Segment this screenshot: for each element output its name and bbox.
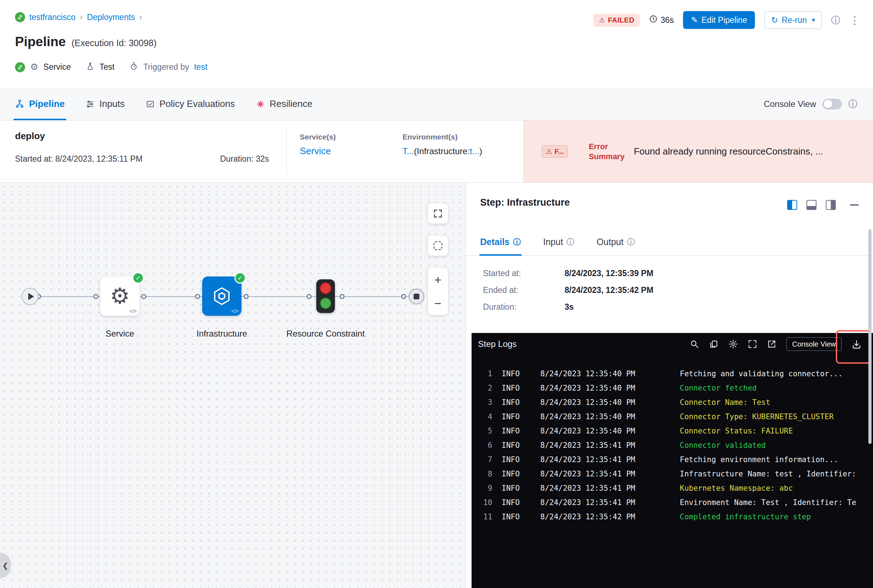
environment-paren-open: (Infrastructure: — [414, 146, 470, 156]
panel-scrollbar[interactable] — [868, 229, 871, 444]
step-detail-rows: Started at: 8/24/2023, 12:35:39 PM Ended… — [483, 268, 653, 319]
info-icon: ⓘ — [567, 237, 575, 248]
search-icon[interactable] — [690, 339, 699, 349]
stopwatch-icon — [129, 62, 138, 73]
zoom-in-button[interactable]: + — [428, 268, 448, 291]
tab-output-label: Output — [597, 237, 624, 247]
settings-gear-icon[interactable] — [729, 339, 738, 349]
tab-details[interactable]: Details ⓘ — [480, 228, 521, 255]
rerun-label: Re-run — [782, 15, 807, 25]
log-line-time: 8/24/2023 12:35:40 PM — [540, 367, 660, 381]
breadcrumb-deployments[interactable]: Deployments — [87, 12, 135, 22]
canvas-fullscreen-button[interactable] — [428, 204, 448, 224]
pipeline-end-node[interactable] — [409, 289, 424, 304]
download-logs-icon[interactable] — [852, 339, 861, 349]
node-infrastructure[interactable]: ✓ </> — [202, 276, 242, 316]
service-gear-icon: ⚙ — [30, 62, 38, 73]
project-icon — [15, 12, 25, 22]
log-line-time: 8/24/2023 12:35:41 PM — [540, 495, 660, 510]
infrastructure-link[interactable]: t... — [470, 146, 479, 156]
header-actions: ⚠ FAILED 36s ✎ Edit Pipeline ↻ Re-run ▾ … — [594, 11, 860, 29]
log-line-level: INFO — [502, 438, 527, 453]
console-view-button[interactable]: Console View — [786, 337, 841, 351]
tab-inputs[interactable]: Inputs — [86, 88, 125, 120]
layout-bottom-view-icon[interactable] — [807, 200, 816, 210]
duration-label: Duration: — [220, 154, 253, 164]
port-dot — [93, 294, 98, 299]
log-line-number: 11 — [472, 510, 492, 524]
edit-pipeline-button[interactable]: ✎ Edit Pipeline — [683, 11, 755, 29]
warning-icon: ⚠ — [599, 16, 605, 24]
edit-pipeline-label: Edit Pipeline — [702, 15, 747, 25]
pipeline-start-node[interactable] — [21, 288, 39, 305]
node-service[interactable]: ⚙ ✓ </> — [100, 276, 140, 316]
tab-pipeline-label: Pipeline — [29, 98, 65, 110]
log-line: 8 INFO 8/24/2023 12:35:41 PM Infrastruct… — [472, 467, 873, 481]
zoom-out-button[interactable]: − — [428, 291, 448, 315]
stage-summary-bar: deploy Started at: 8/24/2023, 12:35:11 P… — [0, 120, 873, 183]
log-line-time: 8/24/2023 12:35:42 PM — [540, 510, 660, 524]
tab-input[interactable]: Input ⓘ — [543, 228, 575, 255]
cd-module-icon — [15, 62, 25, 72]
error-summary-message: Found already running resourceConstrains… — [634, 146, 823, 157]
pipeline-canvas[interactable]: ⚙ ✓ </> Service ✓ </> Infrastructure Res… — [0, 183, 466, 588]
detail-label: Duration: — [483, 302, 565, 312]
log-line-level: INFO — [502, 467, 527, 481]
log-line-level: INFO — [502, 381, 527, 395]
triggered-by-link[interactable]: test — [194, 62, 207, 72]
panel-collapse-handle[interactable]: ❮ — [0, 553, 11, 578]
marquee-select-icon — [434, 242, 442, 250]
services-link[interactable]: Service — [300, 146, 336, 157]
layout-right-view-icon[interactable] — [826, 200, 836, 210]
error-summary-label: Error Summary — [589, 142, 632, 162]
log-line-level: INFO — [502, 481, 527, 495]
breadcrumb-separator: › — [139, 12, 142, 22]
detail-row-duration: Duration: 3s — [483, 302, 653, 312]
tab-policy-evaluations[interactable]: Policy Evaluations — [146, 88, 235, 120]
rerun-button[interactable]: ↻ Re-run ▾ — [764, 11, 822, 29]
layout-split-view-icon[interactable] — [787, 200, 797, 210]
detail-value: 8/24/2023, 12:35:42 PM — [565, 285, 653, 295]
port-dot — [307, 294, 312, 299]
log-line-time: 8/24/2023 12:35:40 PM — [540, 381, 660, 395]
execution-tabbar: Pipeline Inputs Policy Evaluations Resil… — [0, 88, 873, 120]
log-lines[interactable]: 1 INFO 8/24/2023 12:35:40 PM Fetching an… — [472, 367, 873, 524]
stage-name: deploy — [15, 130, 45, 142]
step-logs-console: Step Logs Conso — [472, 333, 873, 588]
zoom-controls: + − — [428, 268, 448, 315]
log-line-text: Connector Status: FAILURE — [680, 424, 873, 438]
tab-output[interactable]: Output ⓘ — [597, 228, 635, 255]
log-line-time: 8/24/2023 12:35:41 PM — [540, 481, 660, 495]
more-options-menu[interactable]: ⋮ — [849, 14, 860, 27]
node-resource-constraint[interactable] — [316, 279, 335, 313]
tab-pipeline[interactable]: Pipeline — [15, 88, 65, 120]
console-view-toggle[interactable] — [823, 99, 842, 110]
environments-block: Environment(s) T...(Infrastructure:t...) — [403, 133, 482, 156]
expand-logs-icon[interactable] — [748, 339, 757, 349]
log-line-level: INFO — [502, 410, 527, 424]
tab-details-label: Details — [480, 237, 509, 247]
log-line: 7 INFO 8/24/2023 12:35:41 PM Fetching en… — [472, 453, 873, 467]
canvas-marquee-select-button[interactable] — [428, 236, 448, 256]
info-icon[interactable]: ⓘ — [848, 98, 857, 110]
log-line-number: 5 — [472, 424, 492, 438]
log-line: 1 INFO 8/24/2023 12:35:40 PM Fetching an… — [472, 367, 873, 381]
info-icon[interactable]: ⓘ — [831, 14, 840, 26]
tab-input-label: Input — [543, 237, 563, 247]
page-header: testfrancisco › Deployments › Pipeline (… — [0, 0, 873, 88]
port-dot — [401, 294, 406, 299]
breadcrumb-project[interactable]: testfrancisco — [29, 12, 75, 22]
success-check-badge: ✓ — [234, 272, 246, 284]
step-panel-title: Step: Infrastructure — [480, 197, 570, 208]
step-details-panel: Step: Infrastructure Details ⓘ Input ⓘ O… — [466, 183, 873, 588]
log-line-level: INFO — [502, 367, 527, 381]
minimize-panel-icon[interactable] — [850, 204, 859, 206]
log-line-number: 2 — [472, 381, 492, 395]
environment-link[interactable]: T... — [403, 146, 414, 156]
copy-icon[interactable] — [709, 339, 718, 349]
log-line-number: 4 — [472, 410, 492, 424]
open-in-new-icon[interactable] — [767, 339, 777, 349]
log-line-time: 8/24/2023 12:35:40 PM — [540, 424, 660, 438]
log-line-number: 8 — [472, 467, 492, 481]
tab-resilience[interactable]: Resilience — [256, 88, 313, 120]
